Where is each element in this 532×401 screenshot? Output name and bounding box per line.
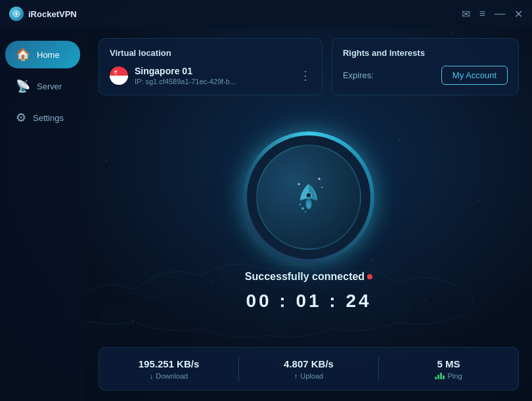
svg-point-6 (116, 70, 118, 72)
upload-arrow-icon: ↑ (294, 372, 298, 380)
expires-label: Expires: (343, 70, 433, 80)
svg-point-10 (298, 183, 300, 185)
sidebar-item-home[interactable]: 🏠 Home (5, 41, 80, 68)
logo-area: iRocketVPN (9, 7, 77, 21)
ping-label-row: Ping (435, 372, 462, 380)
timer: 00 : 01 : 24 (246, 291, 371, 312)
svg-point-15 (301, 207, 304, 210)
rights-card: Rights and Interests Expires: My Account (332, 38, 519, 95)
titlebar-actions: ✉ ≡ — ✕ (462, 8, 523, 20)
rocket-icon (286, 174, 332, 220)
upload-value: 4.807 KB/s (284, 358, 334, 369)
stats-card: 195.251 KB/s ↓ Download 4.807 KB/s ↑ Upl… (99, 347, 519, 390)
location-more-icon[interactable]: ⋮ (299, 70, 311, 82)
status-dot (367, 274, 372, 279)
location-info: Singapore 01 IP: sg1.cf4589a1-71ec-429f-… (135, 66, 293, 85)
sidebar-item-server[interactable]: 📡 Server (5, 72, 80, 100)
logo-icon (9, 7, 24, 21)
stat-download: 195.251 KB/s ↓ Download (99, 358, 238, 380)
titlebar: iRocketVPN ✉ ≡ — ✕ (0, 0, 532, 28)
upload-label: Upload (300, 372, 323, 380)
content-area: Virtual location (85, 28, 532, 401)
svg-point-7 (114, 72, 116, 74)
svg-point-5 (115, 71, 116, 72)
location-ip: IP: sg1.cf4589a1-71ec-429f-b... (135, 78, 293, 85)
home-icon: 🏠 (16, 47, 30, 62)
ping-label: Ping (447, 372, 462, 380)
ping-value: 5 MS (437, 358, 460, 369)
rocket-inner (256, 145, 361, 250)
download-arrow-icon: ↓ (150, 372, 154, 380)
rights-row: Expires: My Account (343, 66, 508, 85)
svg-point-11 (321, 187, 322, 188)
close-icon[interactable]: ✕ (514, 8, 523, 20)
virtual-location-title: Virtual location (110, 48, 311, 58)
minimize-icon[interactable]: — (495, 8, 505, 20)
svg-point-8 (115, 74, 116, 75)
menu-icon[interactable]: ≡ (479, 8, 485, 20)
sidebar: 🏠 Home 📡 Server ⚙ Settings (0, 28, 85, 401)
svg-point-9 (116, 72, 118, 74)
download-label-row: ↓ Download (150, 372, 188, 380)
stat-upload: 4.807 KB/s ↑ Upload (239, 358, 378, 380)
svg-point-17 (299, 203, 301, 205)
svg-rect-4 (110, 76, 128, 85)
status-text: Successfully connected (245, 271, 372, 283)
server-icon: 📡 (16, 79, 30, 93)
settings-icon: ⚙ (16, 110, 26, 125)
virtual-location-card: Virtual location (99, 38, 322, 95)
ping-bars-icon (435, 373, 445, 379)
sidebar-item-server-label: Server (37, 82, 62, 91)
mail-icon[interactable]: ✉ (462, 8, 470, 20)
center-area: Successfully connected 00 : 01 : 24 (99, 105, 519, 338)
rights-title: Rights and Interests (343, 48, 508, 58)
main-layout: 🏠 Home 📡 Server ⚙ Settings Virtual locat… (0, 28, 532, 401)
stat-ping: 5 MS Ping (379, 358, 518, 380)
my-account-button[interactable]: My Account (441, 66, 508, 85)
app-title: iRocketVPN (28, 9, 77, 19)
sidebar-item-settings-label: Settings (33, 113, 64, 123)
top-row: Virtual location (99, 38, 519, 95)
sidebar-item-settings[interactable]: ⚙ Settings (5, 104, 80, 131)
svg-point-14 (307, 201, 311, 209)
connect-button[interactable] (243, 131, 374, 263)
flag-singapore (110, 66, 128, 85)
location-name: Singapore 01 (135, 66, 293, 76)
sidebar-item-home-label: Home (37, 50, 60, 60)
svg-point-16 (305, 210, 307, 212)
status-label: Successfully connected (245, 271, 365, 283)
location-row: Singapore 01 IP: sg1.cf4589a1-71ec-429f-… (110, 66, 311, 85)
upload-label-row: ↑ Upload (294, 372, 323, 380)
svg-point-12 (306, 193, 311, 198)
download-value: 195.251 KB/s (139, 358, 200, 369)
download-label: Download (156, 372, 188, 380)
